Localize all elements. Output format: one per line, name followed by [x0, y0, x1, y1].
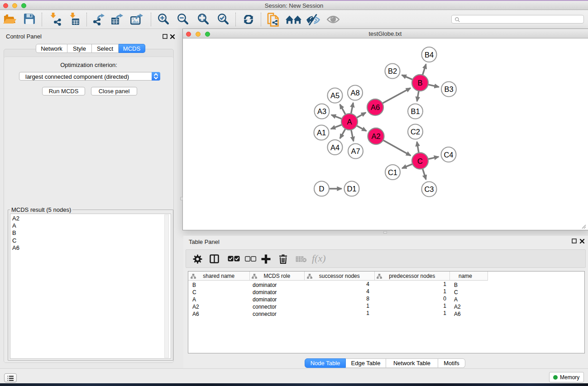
svg-text:C: C — [417, 157, 423, 165]
svg-text:A5: A5 — [330, 91, 339, 100]
svg-text:D: D — [319, 185, 325, 193]
svg-text:C1: C1 — [388, 168, 397, 176]
svg-text:A6: A6 — [371, 103, 380, 111]
svg-text:A3: A3 — [317, 107, 326, 115]
svg-text:A8: A8 — [350, 89, 359, 97]
svg-text:B2: B2 — [388, 67, 397, 75]
svg-text:B4: B4 — [425, 51, 434, 59]
svg-text:B: B — [417, 79, 422, 87]
svg-text:A4: A4 — [330, 143, 339, 152]
svg-text:C2: C2 — [411, 128, 420, 136]
svg-text:A7: A7 — [351, 147, 360, 155]
svg-text:B1: B1 — [411, 107, 420, 115]
svg-text:A: A — [347, 118, 352, 126]
svg-text:A1: A1 — [317, 129, 326, 137]
svg-text:D1: D1 — [347, 185, 356, 193]
svg-text:C3: C3 — [424, 185, 434, 193]
svg-text:A2: A2 — [371, 132, 380, 140]
svg-text:B3: B3 — [444, 85, 453, 93]
svg-text:C4: C4 — [444, 151, 453, 159]
